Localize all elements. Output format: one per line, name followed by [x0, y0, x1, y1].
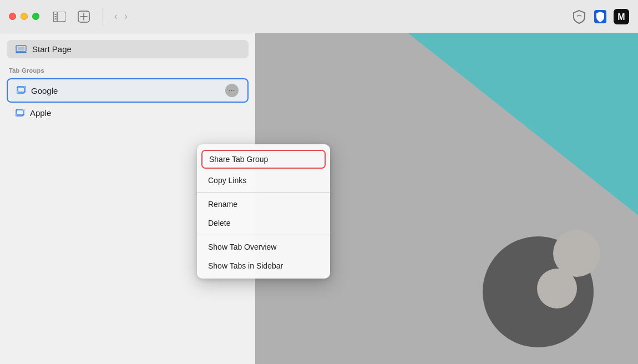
tab-group-item-apple[interactable]: Apple [7, 104, 249, 122]
traffic-lights [9, 13, 39, 20]
minimize-button[interactable] [21, 13, 28, 20]
nav-buttons: ‹ › [114, 11, 128, 22]
show-tabs-in-sidebar-menu-item[interactable]: Show Tabs in Sidebar [197, 256, 330, 275]
share-tab-group-wrapper: Share Tab Group [201, 150, 326, 169]
nav-divider [103, 8, 103, 25]
menu-separator-2 [197, 235, 330, 235]
svg-rect-14 [19, 52, 23, 53]
context-menu: Share Tab Group Copy Links Rename Delete… [197, 144, 330, 279]
show-tab-overview-menu-item[interactable]: Show Tab Overview [197, 237, 330, 256]
forward-button[interactable]: › [124, 11, 128, 22]
menu-separator-1 [197, 192, 330, 193]
start-page-item[interactable]: Start Page [7, 40, 249, 58]
bg-teal-shape [408, 33, 638, 215]
svg-rect-12 [18, 47, 24, 50]
close-button[interactable] [9, 13, 16, 20]
m-app-icon[interactable]: M [614, 9, 629, 24]
app-logo-shape [483, 236, 594, 347]
tab-group-item-google[interactable]: Google ··· [7, 78, 249, 103]
start-page-label: Start Page [32, 44, 72, 54]
tab-group-icon-apple [16, 109, 24, 118]
title-bar: ‹ › M [0, 0, 638, 33]
logo-bite-cutout [553, 230, 600, 277]
bitwarden-icon[interactable] [593, 9, 608, 24]
shield-outline-icon[interactable] [571, 9, 587, 24]
share-tab-group-menu-item[interactable]: Share Tab Group [202, 151, 325, 168]
more-options-button[interactable]: ··· [225, 84, 239, 97]
new-tab-button[interactable] [76, 9, 92, 24]
tab-groups-section-label: Tab Groups [0, 65, 255, 78]
sidebar: Start Page Tab Groups Google ··· [0, 33, 255, 364]
sidebar-toggle-button[interactable] [52, 11, 67, 23]
maximize-button[interactable] [32, 13, 39, 20]
laptop-icon [16, 45, 27, 54]
main-area: Start Page Tab Groups Google ··· [0, 33, 638, 364]
rename-menu-item[interactable]: Rename [197, 195, 330, 214]
svg-text:M: M [617, 12, 625, 22]
copy-links-menu-item[interactable]: Copy Links [197, 171, 330, 190]
tab-group-icon-google [17, 86, 26, 95]
tab-group-label-apple: Apple [30, 108, 240, 118]
toolbar-icons: M [571, 9, 629, 24]
back-button[interactable]: ‹ [114, 11, 118, 22]
delete-menu-item[interactable]: Delete [197, 214, 330, 232]
tab-group-label-google: Google [31, 86, 220, 95]
